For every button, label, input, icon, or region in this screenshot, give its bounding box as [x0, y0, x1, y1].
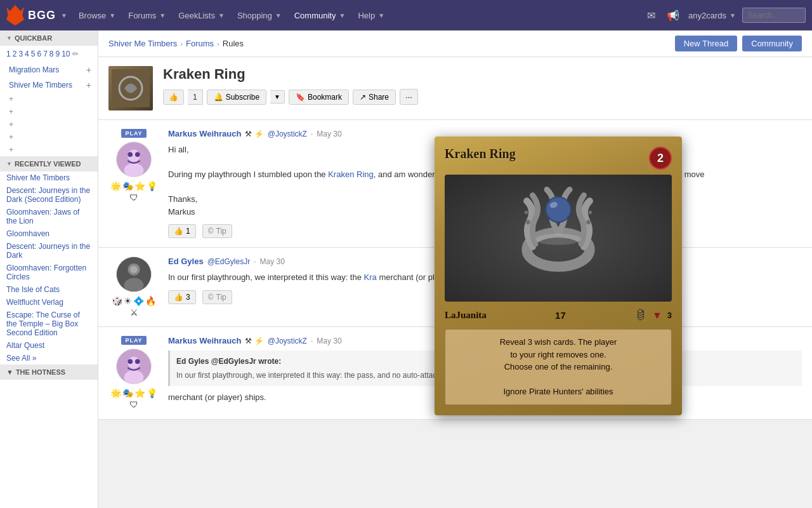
- breadcrumb-forums[interactable]: Forums: [186, 39, 214, 48]
- thread-header: Kraken Ring 👍 1 🔔 Subscribe ▼ 🔖 Bookmark…: [98, 57, 812, 120]
- nav-items: Browse▼ Forums▼ GeekLists▼ Shopping▼ Com…: [74, 8, 645, 23]
- like-button[interactable]: 👍: [163, 90, 184, 105]
- post-2-like-button[interactable]: 👍 3: [168, 290, 196, 304]
- bookmark-button[interactable]: 🔖 Bookmark: [289, 90, 349, 105]
- thread-actions: 👍 1 🔔 Subscribe ▼ 🔖 Bookmark ↗ Share: [163, 89, 802, 105]
- post-2-date-val: May 30: [260, 257, 285, 266]
- svg-point-14: [128, 359, 133, 364]
- logo-area[interactable]: BGG ▼: [6, 5, 67, 25]
- card-image-area: [445, 175, 672, 302]
- user-menu[interactable]: any2cards ▼: [688, 11, 736, 20]
- more-button[interactable]: ···: [400, 89, 418, 105]
- megaphone-icon[interactable]: 📢: [664, 7, 682, 24]
- breadcrumb-shiver[interactable]: Shiver Me Timbers: [108, 39, 177, 48]
- quickbar-edit-icon[interactable]: ✏: [72, 50, 79, 58]
- card-text-box: Reveal 3 wish cards. The player to your …: [445, 329, 672, 405]
- recent-gloomhaven-forgotten[interactable]: Gloomhaven: Forgotten Circles: [0, 262, 98, 283]
- recent-weltflucht[interactable]: Weltflucht Verlag: [0, 296, 98, 309]
- post-1-avatar[interactable]: [116, 142, 152, 177]
- post-2-avatar-svg: [117, 257, 151, 292]
- thread-title: Kraken Ring: [163, 66, 802, 83]
- quickbar-add-3[interactable]: +: [0, 118, 98, 131]
- recent-gloomhaven[interactable]: Gloomhaven: [0, 227, 98, 240]
- kraken-ring-art: [501, 181, 615, 295]
- thread-title-area: Kraken Ring 👍 1 🔔 Subscribe ▼ 🔖 Bookmark…: [163, 66, 802, 105]
- post-1-like-button[interactable]: 👍 1: [168, 224, 196, 238]
- nav-browse[interactable]: Browse▼: [74, 8, 121, 23]
- nav-shopping[interactable]: Shopping▼: [232, 8, 287, 23]
- share-button[interactable]: ↗ Share: [353, 90, 396, 105]
- recently-viewed-header[interactable]: ▼ RECENTLY VIEWED: [0, 156, 98, 171]
- card-icon-arrow: ▼: [652, 310, 662, 321]
- svg-point-5: [128, 152, 133, 157]
- post-2-badges: 🎲 ☀ 💠 🔥 ⚔: [108, 296, 159, 318]
- card-ability-text: Reveal 3 wish cards. The player to your …: [453, 336, 664, 398]
- nav-community[interactable]: Community▼: [289, 8, 351, 23]
- logo-dropdown-arrow[interactable]: ▼: [61, 12, 67, 19]
- svg-point-24: [589, 211, 592, 214]
- quickbar-header[interactable]: ▼ QUICKBAR: [0, 30, 98, 46]
- thread-image-inner: [108, 66, 153, 110]
- hotness-header[interactable]: ▼ THE HOTNESS: [0, 364, 98, 380]
- recent-descent[interactable]: Descent: Journeys in the Dark: [0, 240, 98, 262]
- recent-escape-curse[interactable]: Escape: The Curse of the Temple – Big Bo…: [0, 309, 98, 339]
- like-count: 1: [188, 90, 203, 105]
- subscribe-button[interactable]: 🔔 Subscribe: [207, 90, 266, 105]
- post-2-avatar-area: 🎲 ☀ 💠 🔥 ⚔: [108, 257, 159, 318]
- card-cost: 2: [649, 147, 672, 170]
- recent-isle-of-cats[interactable]: The Isle of Cats: [0, 283, 98, 296]
- svg-point-6: [135, 152, 140, 157]
- post-2-avatar[interactable]: [116, 257, 152, 292]
- see-all-link[interactable]: See All »: [0, 352, 98, 364]
- quickbar-add-4[interactable]: +: [0, 131, 98, 144]
- post-3-mention[interactable]: @JoystickZ: [268, 337, 307, 345]
- post-3-author[interactable]: Markus Weihrauch: [168, 336, 241, 345]
- quickbar-add-5[interactable]: +: [0, 144, 98, 156]
- post-3-date-val: May 30: [317, 337, 341, 345]
- quickbar-item-shiver[interactable]: Shiver Me Timbers +: [0, 77, 98, 93]
- kra-link[interactable]: Kra: [364, 272, 377, 282]
- nav-geeklists[interactable]: GeekLists▼: [173, 8, 230, 23]
- recent-altar-quest[interactable]: Altar Quest: [0, 339, 98, 352]
- recent-descent-2nd[interactable]: Descent: Journeys in the Dark (Second Ed…: [0, 184, 98, 206]
- card-title: Kraken Ring: [445, 147, 516, 161]
- post-3-icon: ⚒ ⚡: [245, 337, 263, 345]
- breadcrumb-sep-2: ›: [217, 40, 219, 48]
- mail-icon[interactable]: ✉: [645, 7, 658, 24]
- kraken-ring-link[interactable]: Kraken Ring: [328, 170, 374, 179]
- post-1-play-badge: PLAY: [121, 129, 146, 138]
- post-1-date-val: May 30: [317, 130, 341, 138]
- svg-point-25: [535, 234, 581, 245]
- post-1-avatar-area: PLAY 🌟 🎭 ⭐ 💡 🛡: [108, 129, 159, 238]
- post-1-author[interactable]: Markus Weihrauch: [168, 129, 241, 138]
- card-title-row: Kraken Ring 2: [445, 147, 672, 170]
- post-1-badges: 🌟 🎭 ⭐ 💡 🛡: [108, 181, 159, 203]
- post-2-mention[interactable]: @EdGylesJr: [207, 257, 251, 266]
- post-1-mention[interactable]: @JoystickZ: [268, 130, 307, 138]
- nav-forums[interactable]: Forums▼: [123, 8, 171, 23]
- community-button[interactable]: Community: [742, 36, 802, 51]
- quickbar-add-1[interactable]: +: [0, 93, 98, 105]
- new-thread-button[interactable]: New Thread: [675, 36, 738, 51]
- post-1-tip-button[interactable]: © Tip: [202, 224, 232, 238]
- breadcrumb-bar: Shiver Me Timbers › Forums › Rules New T…: [98, 30, 812, 57]
- sidebar: ▼ QUICKBAR 1 2 3 4 5 6 7 8 9 10 ✏ Migrat…: [0, 30, 98, 508]
- nav-help[interactable]: Help▼: [353, 8, 390, 23]
- quickbar-item[interactable]: Migration Mars +: [0, 62, 98, 77]
- search-input[interactable]: [742, 8, 806, 23]
- subscribe-dropdown[interactable]: ▼: [270, 90, 285, 104]
- post-3-avatar[interactable]: [116, 349, 152, 384]
- card-ship-value: 17: [555, 310, 566, 321]
- card-popup: Kraken Ring 2: [435, 137, 682, 415]
- post-2-tip-button[interactable]: © Tip: [202, 290, 232, 304]
- post-3-avatar-svg: [117, 349, 151, 384]
- quickbar-pages: 1 2 3 4 5 6 7 8 9 10 ✏: [0, 46, 98, 62]
- quickbar-add-2[interactable]: +: [0, 105, 98, 118]
- post-2-date-sep: ·: [254, 257, 256, 266]
- card-inner: Kraken Ring 2: [435, 137, 682, 415]
- post-2-author[interactable]: Ed Gyles: [168, 257, 204, 266]
- svg-point-15: [135, 359, 140, 364]
- recent-gloomhaven-jaws[interactable]: Gloomhaven: Jaws of the Lion: [0, 206, 98, 227]
- thread-image: [108, 66, 153, 110]
- recent-shiver-me-timbers[interactable]: Shiver Me Timbers: [0, 171, 98, 184]
